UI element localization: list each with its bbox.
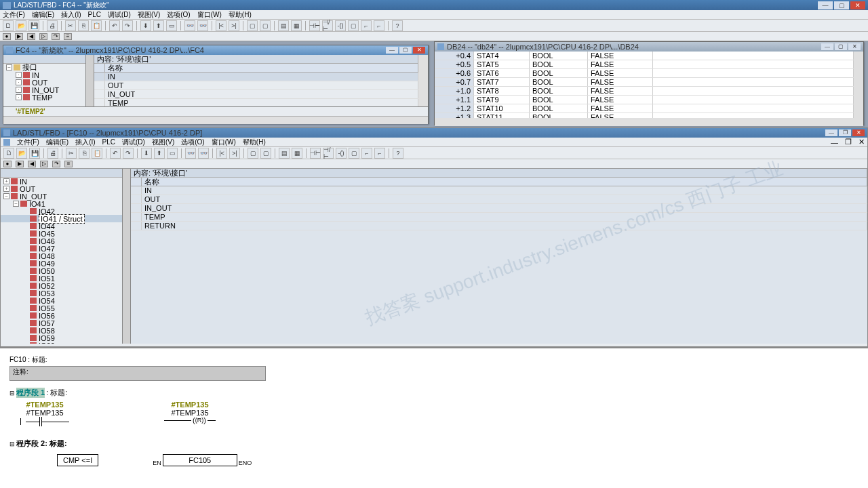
ladder-network-1[interactable]: #TEMP135 #TEMP135 #TEMP135 #TEMP135 ((R)… (20, 401, 859, 426)
redo-icon[interactable]: ↷ (123, 148, 134, 159)
box2-icon[interactable]: ▢ (260, 148, 271, 159)
fc105-block[interactable]: FC105 (163, 454, 237, 466)
menu-options[interactable]: 选项(O) (167, 10, 190, 20)
upload-icon[interactable]: ⬆ (153, 20, 164, 31)
fc4-var-list[interactable]: INOUTIN_OUTTEMP (94, 73, 418, 106)
menu-help[interactable]: 帮助(H) (243, 138, 266, 147)
tile-icon[interactable]: ▦ (291, 20, 302, 31)
fc4-titlebar[interactable]: FC4 -- "新烧吹" -- 2lupmcx191\PC\CPU 416-2 … (3, 45, 428, 55)
fc4-hscroll[interactable] (3, 116, 428, 124)
open-icon[interactable]: 📂 (16, 148, 27, 159)
help-icon[interactable]: ? (393, 148, 403, 159)
fc4-interface-tree[interactable]: −接口·IN·OUT·IN_OUT·TEMP (3, 64, 85, 106)
box2-icon[interactable]: ▢ (260, 20, 271, 31)
compare-block[interactable]: CMP <=I (57, 454, 98, 466)
copy-icon[interactable]: ⎘ (78, 20, 89, 31)
ladder-editor[interactable]: FC10 : 标题: 注释: ⊟ 程序段 1 : 标题: #TEMP135 #T… (0, 347, 868, 488)
open-icon[interactable]: 📂 (16, 20, 26, 31)
menu-view[interactable]: 视图(V) (152, 138, 174, 147)
print-icon[interactable]: 🖨 (47, 20, 58, 31)
nav-play-icon[interactable]: ▷ (40, 161, 48, 167)
menu-debug[interactable]: 调试(D) (122, 138, 145, 147)
monitor-icon[interactable]: ▭ (167, 148, 178, 159)
db24-min-button[interactable]: — (821, 43, 833, 50)
goto-start-icon[interactable]: |< (216, 148, 227, 159)
fc4-close-button[interactable]: ✕ (413, 47, 425, 54)
nav-prev-icon[interactable]: ▶ (15, 33, 23, 40)
glasses2-icon[interactable]: 👓 (197, 20, 208, 31)
window-fc4[interactable]: FC4 -- "新烧吹" -- 2lupmcx191\PC\CPU 416-2 … (3, 45, 429, 124)
copy-icon[interactable]: ⎘ (79, 148, 90, 159)
goto-end-icon[interactable]: >| (229, 148, 240, 159)
collapse-toggle[interactable]: ⊟ (9, 390, 15, 396)
maximize-button[interactable]: ▢ (834, 1, 849, 9)
menu-file[interactable]: 文件(F) (3, 10, 25, 20)
fc10-close-button[interactable]: ✕ (852, 129, 865, 136)
child-restore-button[interactable]: ❐ (845, 138, 852, 146)
save-icon[interactable]: 💾 (28, 20, 39, 31)
nav-list-icon[interactable]: ≡ (64, 33, 72, 40)
fc10-min-button[interactable]: — (825, 129, 837, 136)
save-icon[interactable]: 💾 (29, 148, 40, 159)
nav-skip-icon[interactable]: ↷ (52, 161, 60, 167)
fc4-splitter[interactable] (86, 55, 94, 106)
glasses-icon[interactable]: 👓 (184, 20, 195, 31)
help-icon[interactable]: ? (392, 20, 403, 31)
box1-icon[interactable]: ▢ (248, 148, 258, 159)
contact-no-icon[interactable]: ⊣⊢ (309, 20, 320, 31)
redo-icon[interactable]: ↷ (122, 20, 133, 31)
nav-list-icon[interactable]: ≡ (64, 161, 73, 167)
box1-icon[interactable]: ▢ (247, 20, 258, 31)
download-icon[interactable]: ⬇ (141, 148, 152, 159)
monitor-icon[interactable]: ▭ (166, 20, 177, 31)
db24-vscroll[interactable] (854, 52, 863, 118)
fc10-var-list[interactable]: INOUTIN_OUTTEMPRETURN (131, 186, 867, 344)
cascade-icon[interactable]: ▤ (279, 148, 290, 159)
menu-debug[interactable]: 调试(D) (108, 10, 131, 20)
menu-edit[interactable]: 编辑(E) (32, 10, 54, 20)
box-icon[interactable]: ▢ (349, 148, 359, 159)
coil-icon[interactable]: -() (335, 20, 346, 31)
branch-down-icon[interactable]: ⌐ (361, 20, 372, 31)
upload-icon[interactable]: ⬆ (154, 148, 165, 159)
goto-start-icon[interactable]: |< (216, 20, 226, 31)
goto-end-icon[interactable]: >| (229, 20, 239, 31)
nav-prev-icon[interactable]: ▶ (16, 161, 24, 167)
ladder-network-2[interactable]: CMP <=I EN FC105 ENO (57, 454, 859, 466)
menu-options[interactable]: 选项(O) (181, 138, 204, 147)
fc10-titlebar[interactable]: LAD/STL/FBD - [FC10 -- 2lupmcx191\PC\CPU… (1, 128, 867, 138)
box-icon[interactable]: ▢ (348, 20, 359, 31)
cut-icon[interactable]: ✂ (65, 20, 76, 31)
menu-insert[interactable]: 插入(I) (61, 10, 81, 20)
menu-window[interactable]: 窗口(W) (197, 10, 222, 20)
nav-next-icon[interactable]: ◀ (27, 33, 35, 40)
new-icon[interactable]: 🗋 (3, 20, 14, 31)
comment-field[interactable]: 注释: (9, 366, 266, 381)
fc10-interface-tree[interactable]: +IN+OUT−IN_OUT−IO41+IO42+IO41 / Struct+I… (1, 178, 122, 344)
window-db24[interactable]: DB24 -- "db24" -- 2lupmcx191\PC\CPU 416-… (434, 41, 864, 125)
db24-titlebar[interactable]: DB24 -- "db24" -- 2lupmcx191\PC\CPU 416-… (435, 42, 863, 52)
branch-up-icon[interactable]: ⌐ (374, 20, 384, 31)
menu-window[interactable]: 窗口(W) (212, 138, 236, 147)
contact-no-icon[interactable]: ⊣⊢ (310, 148, 321, 159)
menu-view[interactable]: 视图(V) (138, 10, 160, 20)
download-icon[interactable]: ⬇ (140, 20, 151, 31)
nav-skip-icon[interactable]: ↷ (52, 33, 60, 40)
nav-play-icon[interactable]: ▷ (39, 33, 47, 40)
undo-icon[interactable]: ↶ (110, 148, 121, 159)
db24-max-button[interactable]: ▢ (835, 43, 847, 50)
menu-plc[interactable]: PLC (102, 138, 115, 146)
coil-icon[interactable]: -() (336, 148, 347, 159)
menu-edit[interactable]: 编辑(E) (46, 138, 68, 147)
tile-icon[interactable]: ▦ (292, 148, 302, 159)
branch-down-icon[interactable]: ⌐ (361, 148, 372, 159)
menu-file[interactable]: 文件(F) (17, 138, 39, 147)
collapse-toggle[interactable]: ⊟ (9, 441, 15, 447)
db24-close-button[interactable]: ✕ (848, 43, 861, 50)
fc10-splitter[interactable] (123, 169, 131, 344)
minimize-button[interactable]: — (818, 1, 833, 9)
undo-icon[interactable]: ↶ (109, 20, 120, 31)
window-fc10[interactable]: LAD/STL/FBD - [FC10 -- 2lupmcx191\PC\CPU… (0, 127, 868, 347)
paste-icon[interactable]: 📋 (91, 20, 102, 31)
new-icon[interactable]: 🗋 (3, 148, 14, 159)
